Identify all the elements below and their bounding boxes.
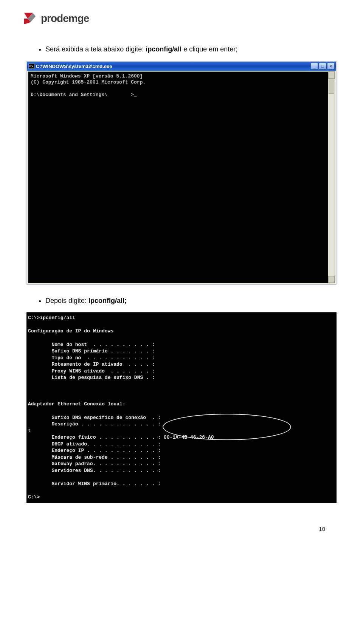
terminal-body[interactable]: Microsoft Windows XP [versão 5.1.2600] (… xyxy=(28,71,335,283)
window-title: C:\WINDOWS\system32\cmd.exe xyxy=(36,64,310,69)
text: e clique em enter; xyxy=(182,45,237,53)
text: Será exibida a tela abaixo digite: xyxy=(45,45,146,53)
text-bold: ipconfig/all; xyxy=(88,297,127,304)
close-button[interactable]: × xyxy=(327,63,335,70)
scrollbar[interactable] xyxy=(328,72,335,283)
logo-text: prodemge xyxy=(41,12,89,25)
minimize-button[interactable]: _ xyxy=(310,63,318,70)
scroll-up-icon[interactable] xyxy=(328,72,335,79)
window-buttons: _ □ × xyxy=(310,63,335,70)
logo-icon xyxy=(23,11,37,26)
document-page: prodemge Será exibida a tela abaixo digi… xyxy=(0,0,363,547)
terminal-output-block: C:\>ipconfig/all Configuração de IP do W… xyxy=(26,312,337,503)
text: Depois digite: xyxy=(45,297,88,304)
cmd-icon: cv xyxy=(28,64,34,69)
scroll-down-icon[interactable] xyxy=(328,276,335,283)
instruction-list-1: Será exibida a tela abaixo digite: ipcon… xyxy=(23,45,340,54)
scroll-thumb[interactable] xyxy=(329,79,334,94)
terminal-output: Microsoft Windows XP [versão 5.1.2600] (… xyxy=(31,73,332,98)
brand-logo: prodemge xyxy=(23,11,340,26)
cmd-window: cv C:\WINDOWS\system32\cmd.exe _ □ × Mic… xyxy=(26,61,337,285)
instruction-item-2: Depois digite: ipconfig/all; xyxy=(45,296,340,306)
instruction-list-2: Depois digite: ipconfig/all; xyxy=(23,296,340,306)
maximize-button[interactable]: □ xyxy=(319,63,326,70)
page-number: 10 xyxy=(23,526,340,532)
titlebar: cv C:\WINDOWS\system32\cmd.exe _ □ × xyxy=(27,62,336,71)
instruction-item-1: Será exibida a tela abaixo digite: ipcon… xyxy=(45,45,340,54)
terminal-output: C:\>ipconfig/all Configuração de IP do W… xyxy=(28,315,335,500)
text-bold: ipconfig/all xyxy=(146,45,182,53)
